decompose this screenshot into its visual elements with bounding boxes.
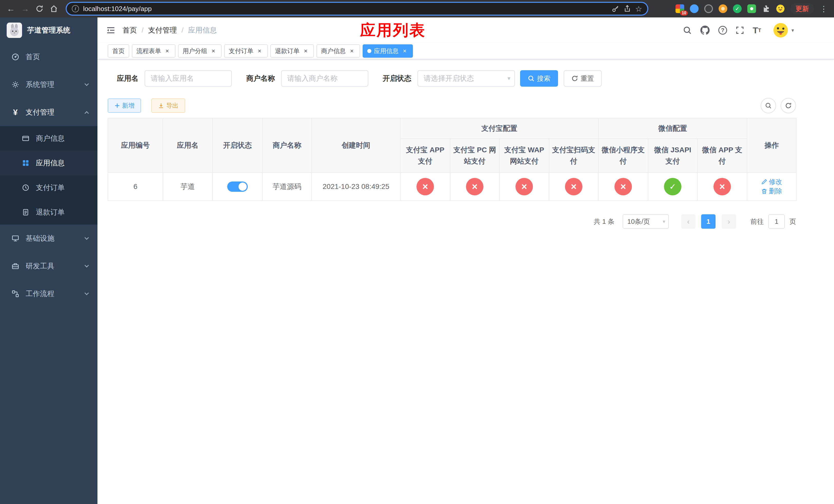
sidebar-item-label: 基础设施: [26, 233, 85, 243]
delete-row-button[interactable]: 删除: [761, 187, 782, 196]
password-key-icon[interactable]: [612, 5, 619, 13]
prev-page-button[interactable]: [681, 214, 696, 229]
column-header: 创建时间: [312, 118, 400, 173]
current-page-button[interactable]: 1: [701, 214, 716, 229]
close-icon[interactable]: [210, 47, 217, 54]
reset-button[interactable]: 重置: [564, 70, 602, 87]
status-toggle[interactable]: [227, 182, 248, 192]
sidebar-item-label: 退款订单: [36, 207, 97, 217]
tab-label: 首页: [112, 47, 125, 55]
tab-user-group[interactable]: 用户分组: [178, 44, 222, 58]
sidebar-item-label: 应用信息: [36, 158, 97, 168]
total-count: 共 1 条: [594, 217, 614, 226]
column-header: 商户名称: [262, 118, 312, 173]
card-icon: [21, 135, 30, 142]
green-check-extension-icon[interactable]: [733, 4, 742, 13]
bookmark-star-icon[interactable]: ☆: [635, 4, 642, 13]
sidebar-item-refund-orders[interactable]: 退款订单: [0, 200, 97, 225]
avatar-extension-icon[interactable]: [719, 4, 727, 13]
github-icon[interactable]: [700, 26, 710, 35]
edit-row-button[interactable]: 修改: [761, 177, 782, 186]
active-dot-icon: [367, 49, 371, 53]
tab-label: 用户分组: [182, 47, 207, 55]
tab-label: 支付订单: [229, 47, 254, 55]
sidebar-item-label: 首页: [26, 52, 88, 62]
blue-drop-extension-icon[interactable]: [690, 4, 699, 13]
help-icon[interactable]: [718, 26, 727, 35]
next-page-button[interactable]: [722, 214, 736, 229]
cell-actions: 修改 删除: [747, 173, 796, 201]
sidebar-item-label: 支付订单: [36, 183, 97, 192]
font-size-icon[interactable]: TT: [753, 25, 761, 36]
cell-app-name: 芋道: [163, 173, 213, 201]
breadcrumb-item[interactable]: 首页: [123, 25, 148, 35]
search-button[interactable]: 搜索: [520, 70, 558, 87]
tab-refund-orders[interactable]: 退款订单: [270, 44, 314, 58]
app-logo[interactable]: 芋道管理系统: [0, 18, 97, 43]
tab-pay-orders[interactable]: 支付订单: [224, 44, 268, 58]
search-icon[interactable]: [683, 26, 692, 35]
puzzle-extensions-icon[interactable]: [762, 4, 770, 13]
sidebar-item-app-info[interactable]: 应用信息: [0, 151, 97, 175]
close-icon[interactable]: [163, 47, 171, 54]
sidebar-item-merchant-info[interactable]: 商户信息: [0, 126, 97, 151]
extensions-area: 10 更新 ⋮: [649, 3, 830, 14]
status-select[interactable]: 请选择开启状态 ▾: [418, 70, 515, 87]
green-square-extension-icon[interactable]: [747, 4, 756, 13]
breadcrumb: 首页 支付管理 应用信息: [123, 25, 217, 35]
goto-page-input[interactable]: [768, 214, 785, 229]
close-icon[interactable]: [256, 47, 263, 54]
reload-icon[interactable]: [33, 2, 46, 15]
browser-menu-icon[interactable]: ⋮: [820, 4, 828, 13]
sidebar-item-pay-orders[interactable]: 支付订单: [0, 175, 97, 200]
address-bar[interactable]: localhost:1024/pay/app ☆: [66, 2, 648, 16]
tab-home[interactable]: 首页: [108, 44, 129, 58]
app-name-label: 应用名: [117, 74, 138, 83]
emoji-extension-icon[interactable]: [776, 4, 785, 13]
tab-process-form[interactable]: 流程表单: [132, 44, 175, 58]
tab-app-info[interactable]: 应用信息: [363, 44, 413, 58]
site-info-icon[interactable]: [72, 5, 79, 12]
close-icon[interactable]: [401, 47, 408, 54]
table-toolbar: 新增 导出: [108, 98, 796, 113]
fullscreen-icon[interactable]: [736, 26, 744, 35]
page-size-select[interactable]: 10条/页 ▾: [623, 214, 669, 229]
sidebar-item-dev-tools[interactable]: 研发工具: [0, 252, 97, 280]
sidebar-item-workflow[interactable]: 工作流程: [0, 280, 97, 307]
tab-label: 商户信息: [321, 47, 346, 55]
forward-icon[interactable]: →: [19, 2, 32, 15]
merchant-name-input[interactable]: [281, 70, 368, 87]
chevron-down-icon: [85, 263, 89, 268]
dark-circle-extension-icon[interactable]: [704, 4, 713, 13]
sidebar-item-infra[interactable]: 基础设施: [0, 225, 97, 252]
breadcrumb-item[interactable]: 支付管理: [148, 25, 188, 35]
add-button[interactable]: 新增: [108, 98, 141, 113]
column-header: 支付宝 WAP 网站支付: [499, 139, 549, 173]
export-button[interactable]: 导出: [151, 98, 185, 113]
app-title: 芋道管理系统: [27, 25, 70, 35]
url-text[interactable]: localhost:1024/pay/app: [83, 5, 608, 13]
chevron-down-icon: [85, 82, 89, 86]
search-button-label: 搜索: [537, 74, 550, 83]
sidebar-item-system[interactable]: 系统管理: [0, 71, 97, 98]
sidebar-item-home[interactable]: 首页: [0, 43, 97, 71]
user-avatar[interactable]: ▾: [773, 23, 794, 38]
app-name-input[interactable]: [145, 70, 232, 87]
chevron-down-icon: ▾: [791, 27, 794, 33]
refresh-table-button[interactable]: [781, 98, 796, 113]
sidebar-item-label: 研发工具: [26, 261, 85, 271]
sidebar-item-payment[interactable]: ¥ 支付管理: [0, 98, 97, 126]
app-table: 应用编号 应用名 开启状态 商户名称 创建时间 支付宝配置 微信配置 操作 支付…: [108, 118, 796, 201]
tab-merchant-info[interactable]: 商户信息: [316, 44, 360, 58]
toggle-search-button[interactable]: [761, 98, 776, 113]
grid-extension-icon[interactable]: 10: [676, 4, 684, 13]
close-icon[interactable]: [348, 47, 355, 54]
back-icon[interactable]: ←: [4, 2, 18, 15]
sidebar-fold-icon[interactable]: [97, 26, 123, 35]
browser-update-button[interactable]: 更新: [790, 3, 814, 14]
chevron-down-icon: [85, 291, 89, 295]
home-icon[interactable]: [47, 2, 61, 15]
share-icon[interactable]: [623, 5, 631, 13]
breadcrumb-item: 应用信息: [188, 25, 217, 35]
close-icon[interactable]: [302, 47, 309, 54]
